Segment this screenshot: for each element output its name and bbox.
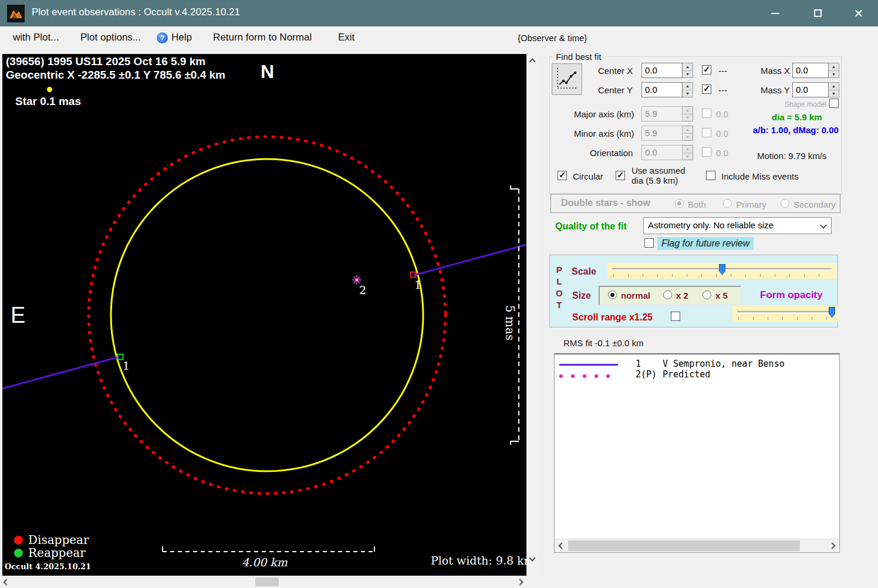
canvas-vertical-scrollbar[interactable] [526, 54, 538, 576]
use-assumed-dia-checkbox[interactable] [616, 171, 625, 180]
center-x-sigma: --- [718, 66, 727, 76]
size-x2-label: x 2 [676, 290, 688, 300]
slider-track [737, 311, 833, 313]
predicted-centre-dot [356, 279, 358, 281]
plot-width-label: Plot width: 9.8 km [431, 554, 526, 567]
title-bar: Plot event observations : Occult v.4.202… [0, 0, 878, 26]
scrollbar-thumb[interactable] [255, 577, 279, 586]
fitted-limb-circle [111, 159, 423, 471]
center-x-input[interactable]: 0.0 [641, 63, 683, 78]
minor-axis-sigma: 0.0 [716, 129, 728, 138]
double-stars-label: Double stars - show [561, 198, 650, 208]
circular-checkbox[interactable] [558, 171, 567, 180]
scale-slider[interactable] [607, 263, 836, 279]
observation-name: V Sempronio, near Benso [663, 359, 785, 369]
center-y-input[interactable]: 0.0 [641, 82, 683, 97]
list-scroll-left-button[interactable] [556, 540, 567, 552]
shape-model-label: Shape model [785, 100, 826, 109]
form-opacity-slider[interactable] [732, 306, 838, 322]
observation-name: Predicted [663, 369, 710, 380]
size-normal-radio[interactable] [608, 290, 617, 299]
chord-segment-left [2, 357, 119, 388]
maximize-button[interactable] [798, 0, 837, 26]
mass-y-input[interactable]: 0.0 [792, 82, 829, 97]
reappear-legend-icon [14, 549, 23, 557]
plot-drawing [2, 54, 526, 576]
run-best-fit-button[interactable] [552, 63, 582, 95]
scale-label: Scale [572, 266, 596, 277]
double-stars-primary-label: Primary [736, 200, 766, 209]
circular-label: Circular [573, 171, 603, 181]
center-x-fit-checkbox[interactable] [702, 65, 711, 75]
quality-label: Quality of the fit [555, 221, 627, 232]
minor-axis-fit-checkbox [702, 128, 711, 137]
minimize-icon [771, 13, 779, 14]
minor-axis-label: Minor axis (km) [574, 129, 634, 138]
menu-with-plot[interactable]: with Plot... [13, 32, 59, 43]
menu-return-form[interactable]: Return form to Normal [213, 32, 312, 43]
orientation-spinner: ▲▼ [683, 145, 693, 160]
double-stars-primary-radio [723, 199, 732, 208]
mass-y-spinner[interactable]: ▲▼ [829, 82, 839, 97]
center-x-spinner[interactable]: ▲▼ [683, 63, 693, 78]
center-y-sigma: --- [718, 85, 727, 95]
mass-x-input[interactable]: 0.0 [792, 63, 829, 78]
star-size-icon [47, 87, 52, 92]
main-area: (39656) 1995 US11 2025 Oct 16 5.9 km Geo… [0, 49, 878, 588]
size-x5-radio[interactable] [703, 290, 711, 299]
list-scroll-right-button[interactable] [827, 540, 838, 552]
rms-fit-label: RMS fit -0.1 ±0.0 km [563, 338, 644, 348]
plot-canvas[interactable]: (39656) 1995 US11 2025 Oct 16 5.9 km Geo… [2, 54, 526, 576]
mass-x-spinner[interactable]: ▲▼ [829, 63, 839, 78]
size-normal-label: normal [621, 290, 650, 300]
mas-scale-label: 5 mas [503, 305, 517, 340]
orientation-label: Orientation [590, 148, 633, 158]
mass-x-label: Mass X [761, 66, 790, 76]
disappear-legend-icon [14, 536, 23, 545]
list-scrollbar-thumb[interactable] [568, 540, 800, 551]
size-label: Size [572, 290, 591, 301]
scroll-left-button[interactable] [1, 576, 12, 587]
include-miss-checkbox[interactable] [706, 171, 715, 180]
canvas-horizontal-scrollbar[interactable] [0, 576, 526, 587]
center-y-spinner[interactable]: ▲▼ [683, 82, 693, 97]
plot-vertical-label: P L O T [556, 264, 563, 311]
menu-plot-options[interactable]: Plot options... [80, 32, 141, 43]
help-icon[interactable]: ? [157, 32, 168, 43]
star-size-label: Star 0.1 mas [15, 95, 81, 108]
minimize-button[interactable] [756, 0, 795, 26]
menu-exit[interactable]: Exit [338, 32, 354, 43]
event-title-line1: (39656) 1995 US11 2025 Oct 16 5.9 km [6, 55, 205, 68]
major-axis-spinner: ▲▼ [683, 106, 693, 121]
scroll-right-button[interactable] [515, 576, 525, 587]
chevron-down-icon [820, 222, 826, 228]
flag-review-label: Flag for future review [657, 237, 754, 250]
scroll-range-checkbox[interactable] [671, 312, 680, 321]
chevron-left-icon [3, 579, 9, 585]
chevron-up-icon [529, 58, 535, 65]
minor-axis-spinner: ▲▼ [683, 126, 693, 141]
shape-model-checkbox[interactable] [829, 99, 839, 108]
scroll-down-button[interactable] [526, 553, 538, 563]
orientation-input: 0.0 [641, 145, 683, 160]
motion-info-label: Motion: 9.79 km/s [757, 151, 826, 161]
flag-review-checkbox[interactable] [644, 238, 654, 248]
minor-axis-input: 5.9 [641, 126, 683, 141]
scroll-up-button[interactable] [526, 56, 538, 67]
quality-dropdown[interactable]: Astrometry only. No reliable size [643, 217, 832, 234]
disappear-point-number: 1 [414, 278, 421, 291]
double-stars-secondary-radio [781, 199, 789, 208]
list-horizontal-scrollbar[interactable] [555, 539, 839, 552]
double-stars-both-radio [675, 199, 684, 208]
dia-info-label: dia = 5.9 km [772, 112, 822, 122]
menu-help[interactable]: Help [171, 32, 192, 43]
use-assumed-dia-label-2: dia (5.9 km) [632, 175, 678, 185]
size-x2-radio[interactable] [663, 290, 672, 299]
observation-list[interactable]: 1 V Sempronio, near Benso 2(P) Predicted [554, 353, 840, 553]
find-best-fit-title: Find best fit [553, 52, 604, 62]
close-button[interactable]: ✕ [839, 0, 878, 26]
size-x5-label: x 5 [715, 290, 728, 300]
app-icon [7, 5, 25, 22]
center-y-fit-checkbox[interactable] [702, 85, 711, 94]
km-scale-bar [163, 546, 374, 552]
